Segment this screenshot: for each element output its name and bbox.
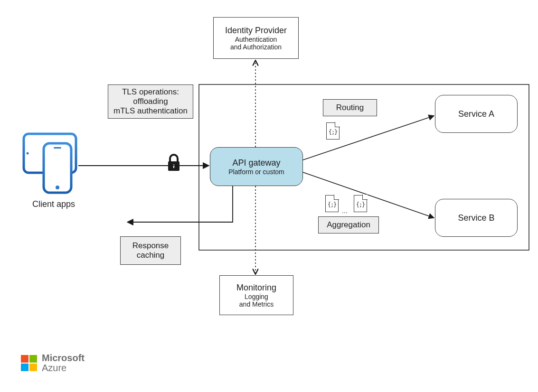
svg-rect-5: [54, 147, 61, 149]
svg-rect-1: [24, 134, 76, 173]
api-gateway-subtitle: Platform or custom: [228, 168, 284, 176]
client-apps-caption: Client apps: [30, 199, 77, 209]
svg-point-7: [173, 165, 175, 167]
service-b-title: Service B: [458, 213, 494, 223]
api-gateway-title: API gateway: [232, 158, 280, 168]
identity-provider-line2: and Authorization: [230, 43, 282, 51]
monitoring-box: Monitoring Logging and Metrics: [219, 275, 293, 315]
service-b-box: Service B: [435, 199, 518, 237]
identity-provider-title: Identity Provider: [225, 26, 287, 36]
monitoring-title: Monitoring: [236, 283, 276, 293]
tls-line3: mTLS authentication: [113, 106, 188, 116]
service-a-title: Service A: [458, 109, 494, 119]
svg-line-12: [303, 116, 434, 160]
response-caching-label: Response caching: [120, 236, 181, 265]
brand-line1: Microsoft: [42, 353, 85, 363]
aggregation-doc-icon-2: {;}: [354, 195, 367, 212]
tls-line2: offloading: [133, 97, 168, 106]
routing-label: Routing: [323, 99, 377, 116]
microsoft-logo-icon: [21, 355, 37, 371]
tls-operations-label: TLS operations: offloading mTLS authenti…: [108, 84, 193, 119]
monitoring-line2: and Metrics: [239, 300, 274, 308]
lock-icon: [168, 155, 179, 171]
brand-line2: Azure: [42, 363, 85, 373]
svg-rect-3: [44, 143, 71, 193]
client-apps-icon: [24, 134, 76, 193]
microsoft-azure-text: Microsoft Azure: [42, 353, 85, 373]
aggregation-doc-icon-1: {;}: [325, 195, 339, 212]
response-caching-line2: caching: [137, 251, 165, 260]
identity-provider-box: Identity Provider Authentication and Aut…: [213, 17, 299, 59]
svg-rect-8: [173, 166, 174, 168]
monitoring-line1: Logging: [245, 293, 268, 300]
diagram-canvas: Identity Provider Authentication and Aut…: [0, 0, 538, 392]
aggregation-dots: ...: [342, 207, 348, 215]
tls-line1: TLS operations:: [122, 87, 179, 97]
api-gateway-box: API gateway Platform or custom: [210, 147, 303, 186]
svg-point-4: [56, 186, 59, 189]
aggregation-label: Aggregation: [318, 216, 379, 233]
microsoft-azure-logo: Microsoft Azure: [21, 353, 85, 373]
svg-point-2: [27, 152, 29, 155]
svg-line-13: [303, 172, 434, 218]
routing-doc-icon: {;}: [326, 122, 340, 140]
svg-rect-6: [168, 161, 179, 171]
response-caching-line1: Response: [132, 241, 169, 251]
identity-provider-line1: Authentication: [235, 36, 277, 43]
service-a-box: Service A: [435, 95, 518, 133]
